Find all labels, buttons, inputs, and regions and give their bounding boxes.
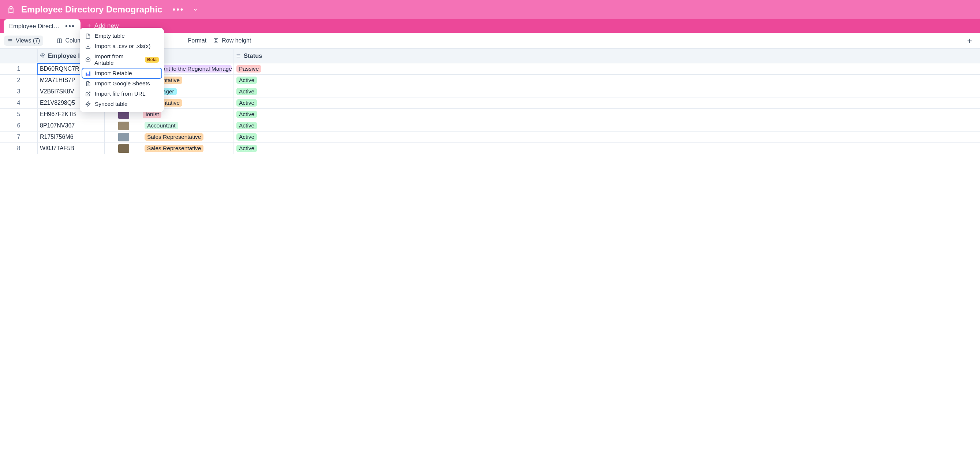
- row-number-cell: 5: [0, 109, 38, 120]
- status-tag: Active: [236, 145, 257, 152]
- job-tag: Sales Representative: [145, 133, 204, 140]
- file-icon: [85, 33, 91, 39]
- status-tag: Active: [236, 133, 257, 140]
- dropdown-label: Empty table: [95, 33, 125, 39]
- column-header-label: Employee ID: [48, 53, 84, 59]
- sheets-icon: [85, 81, 91, 87]
- dropdown-synced-table[interactable]: Synced table: [82, 99, 162, 109]
- row-number-cell: 2: [0, 75, 38, 86]
- header-more-icon[interactable]: •••: [172, 5, 184, 14]
- employee-id-cell[interactable]: 8P107NV367: [38, 120, 105, 131]
- beta-badge: Beta: [145, 57, 159, 63]
- status-tag: Active: [236, 111, 257, 118]
- dropdown-label: Synced table: [95, 101, 128, 107]
- status-cell[interactable]: Active: [234, 75, 288, 86]
- toolbar-add-button[interactable]: [966, 38, 973, 44]
- add-new-dropdown: Empty table Import a .csv or .xls(x) Imp…: [80, 28, 164, 112]
- row-height-button[interactable]: Row height: [213, 37, 251, 44]
- dropdown-label: Import from Airtable: [94, 53, 141, 66]
- header-chevron-down-icon[interactable]: [192, 6, 198, 13]
- status-tag: Active: [236, 88, 257, 95]
- document-title: Employee Directory Demographic: [21, 5, 162, 14]
- column-header-status[interactable]: Status: [234, 49, 288, 63]
- external-link-icon: [85, 91, 91, 97]
- status-cell[interactable]: Active: [234, 109, 288, 120]
- fingerprint-icon: [40, 53, 45, 59]
- row-number-cell: 3: [0, 86, 38, 97]
- status-tag: Passive: [236, 65, 261, 73]
- status-cell[interactable]: Active: [234, 131, 288, 142]
- row-number-cell: 1: [0, 63, 38, 74]
- dropdown-import-airtable[interactable]: Import from Airtable Beta: [82, 51, 162, 68]
- list-icon: [235, 53, 241, 58]
- svg-point-0: [10, 8, 11, 9]
- status-tag: Active: [236, 99, 257, 107]
- dropdown-import-retable[interactable]: Import Retable: [82, 68, 162, 78]
- status-cell[interactable]: Active: [234, 120, 288, 131]
- row-number-cell: 8: [0, 143, 38, 154]
- download-icon: [85, 43, 91, 49]
- row-number-cell: 4: [0, 97, 38, 109]
- format-label: Format: [188, 37, 207, 44]
- dropdown-label: Import Google Sheets: [95, 80, 150, 87]
- employee-id-cell[interactable]: R175I756M6: [38, 131, 105, 142]
- plus-icon: [966, 38, 973, 44]
- row-height-label: Row height: [222, 37, 251, 44]
- row-number-header: [0, 49, 38, 62]
- photo-cell[interactable]: [105, 120, 143, 131]
- photo-thumbnail: [118, 121, 129, 130]
- column-header-label: Status: [244, 53, 262, 59]
- dropdown-label: Import a .csv or .xls(x): [95, 43, 150, 49]
- cube-icon: [85, 57, 91, 63]
- tab-more-icon[interactable]: •••: [65, 22, 75, 30]
- status-cell[interactable]: Active: [234, 97, 288, 109]
- dropdown-import-url[interactable]: Import file from URL: [82, 89, 162, 99]
- job-title-cell[interactable]: Sales Representative: [143, 131, 234, 142]
- dropdown-label: Import Retable: [95, 70, 132, 77]
- dropdown-label: Import file from URL: [95, 91, 146, 97]
- status-cell[interactable]: Passive: [234, 63, 288, 74]
- svg-line-19: [88, 92, 90, 94]
- svg-point-1: [11, 8, 12, 9]
- job-tag: Accountant: [145, 122, 178, 129]
- job-title-cell[interactable]: Sales Representative: [143, 143, 234, 154]
- header-bar: Employee Directory Demographic •••: [0, 0, 980, 19]
- photo-thumbnail: [118, 144, 129, 153]
- job-title-cell[interactable]: Accountant: [143, 120, 234, 131]
- dropdown-import-csv[interactable]: Import a .csv or .xls(x): [82, 41, 162, 51]
- separator: [50, 37, 50, 45]
- photo-cell[interactable]: [105, 131, 143, 142]
- table-row[interactable]: 68P107NV367AccountantActive: [0, 120, 980, 131]
- row-number-cell: 7: [0, 131, 38, 142]
- tab-label: Employee Directory Demog...: [9, 23, 60, 30]
- table-row[interactable]: 8WI0J7TAF5BSales RepresentativeActive: [0, 143, 980, 154]
- table-row[interactable]: 7R175I756M6Sales RepresentativeActive: [0, 131, 980, 143]
- menu-icon: [7, 38, 13, 43]
- dropdown-import-gsheets[interactable]: Import Google Sheets: [82, 78, 162, 89]
- retable-icon: [85, 71, 91, 76]
- row-height-icon: [213, 38, 219, 43]
- row-number-cell: 6: [0, 120, 38, 131]
- status-tag: Active: [236, 77, 257, 84]
- employee-id-cell[interactable]: WI0J7TAF5B: [38, 143, 105, 154]
- format-button[interactable]: Format: [188, 37, 207, 44]
- dropdown-empty-table[interactable]: Empty table: [82, 31, 162, 41]
- status-cell[interactable]: Active: [234, 86, 288, 97]
- views-button[interactable]: Views (7): [4, 35, 43, 46]
- app-logo-icon: [7, 5, 14, 14]
- status-tag: Active: [236, 122, 257, 129]
- views-label: Views (7): [16, 37, 40, 44]
- photo-cell[interactable]: [105, 143, 143, 154]
- job-tag: Sales Representative: [145, 145, 204, 152]
- columns-icon: [57, 38, 62, 43]
- status-cell[interactable]: Active: [234, 143, 288, 154]
- svg-marker-20: [86, 102, 90, 107]
- sync-icon: [85, 101, 91, 107]
- photo-thumbnail: [118, 133, 129, 141]
- tab-active[interactable]: Employee Directory Demog... •••: [4, 19, 81, 33]
